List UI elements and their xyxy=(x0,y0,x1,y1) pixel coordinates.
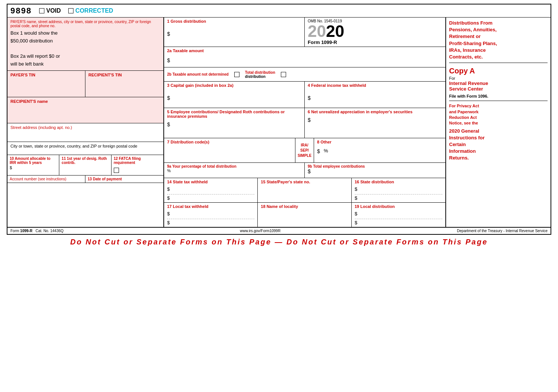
box9b-label: Total employee contributions xyxy=(313,164,365,168)
box19-section: 19 Local distribution $ $ xyxy=(352,203,445,227)
privacy-line4: Notice, see the xyxy=(449,120,548,126)
general-line2: Instructions for xyxy=(449,135,548,141)
box9a-section: 9a Your percentage of total distribution… xyxy=(164,163,305,178)
payer-body-line4: Box 2a will report $0 or xyxy=(10,53,160,60)
box4-dollar: $ xyxy=(308,95,442,101)
box12-num: 12 xyxy=(114,157,118,161)
bottom-left-grid: 10 Amount allocable to IRR within 5 year… xyxy=(7,155,163,176)
box8-label: Other xyxy=(320,140,331,144)
box14-section: 14 State tax withheld $ $ xyxy=(164,178,258,202)
corrected-checkbox[interactable] xyxy=(68,8,73,13)
payer-info-label: PAYER'S name, street address, city or to… xyxy=(10,20,160,28)
box9a-pct: % xyxy=(167,168,171,173)
box11-cell: 11 1st year of desig. Roth contrib. xyxy=(59,155,111,176)
box9b-dollar: $ xyxy=(308,168,311,174)
box17-dollar1: $ xyxy=(167,211,254,216)
box2a-label: Taxable amount xyxy=(173,48,204,53)
general-line3: Certain xyxy=(449,141,548,148)
box14-num: 14 xyxy=(167,180,172,184)
box1-omb-row: 1 Gross distribution $ OMB No. 1545-0119… xyxy=(164,18,445,47)
title-line5: IRAs, Insurance xyxy=(449,47,548,54)
box3-section: 3 Capital gain (included in box 2a) $ xyxy=(164,82,305,108)
box7-8-row: 7 Distribution code(s) IRA/ SEP/ SIMPLE … xyxy=(164,138,445,163)
box5-section: 5 Employee contributions/ Designated Rot… xyxy=(164,108,305,138)
title-line1: Distributions From xyxy=(449,20,548,26)
general-line5: Returns. xyxy=(449,155,548,161)
for-text: For xyxy=(449,76,455,80)
box2b-total-sub: distribution xyxy=(245,75,275,79)
box2b-row: 2b Taxable amount not determined Total d… xyxy=(164,67,445,82)
irs-line1: Internal Revenue xyxy=(449,80,548,86)
void-section: VOID xyxy=(39,7,61,14)
box9-row: 9a Your percentage of total distribution… xyxy=(164,163,445,178)
street-address-section: Street address (including apt. no.) xyxy=(7,123,163,142)
box11-num: 11 xyxy=(62,157,66,161)
payer-info-section: PAYER'S name, street address, city or to… xyxy=(7,18,163,71)
box18-label: Name of locality xyxy=(267,204,298,209)
tin-row: PAYER'S TIN RECIPIENT'S TIN xyxy=(7,71,163,97)
for-label: For Internal Revenue Service Center xyxy=(449,76,548,92)
title-line3: Retirement or xyxy=(449,33,548,40)
left-column: PAYER'S name, street address, city or to… xyxy=(7,18,164,227)
box3-4-row: 3 Capital gain (included in box 2a) $ 4 … xyxy=(164,82,445,108)
box4-section: 4 Federal income tax withheld $ xyxy=(305,82,445,108)
box8-dollar: $ xyxy=(317,148,320,154)
box16-section: 16 State distribution $ $ xyxy=(352,178,445,202)
file-with: File with Form 1096. xyxy=(449,94,548,98)
box19-dollar2: $ xyxy=(355,219,442,225)
box9a-num: 9a xyxy=(167,164,171,168)
form-footer-right: Department of the Treasury - Internal Re… xyxy=(457,229,548,233)
title-line6: Contracts, etc. xyxy=(449,54,548,60)
box18-section: 18 Name of locality xyxy=(258,203,351,227)
recipient-tin-cell: RECIPIENT'S TIN xyxy=(85,71,163,97)
box17-section: 17 Local tax withheld $ $ xyxy=(164,203,258,227)
right-title: Distributions From Pensions, Annuities, … xyxy=(449,20,548,60)
form-name-footer: 1099-R xyxy=(20,229,32,233)
box2b-checkbox[interactable] xyxy=(234,72,239,77)
box2b-total-section: Total distribution distribution xyxy=(245,70,275,79)
date-payment-section: 13 Date of payment xyxy=(85,176,163,183)
box2a-section: 2a Taxable amount $ xyxy=(164,47,445,67)
box5-label: Employee contributions/ Designated Roth … xyxy=(167,110,285,118)
privacy-line2: and Paperwork xyxy=(449,109,548,115)
box5-6-row: 5 Employee contributions/ Designated Rot… xyxy=(164,108,445,138)
top-bar: 9898 VOID CORRECTED xyxy=(7,4,551,18)
box16-label: State distribution xyxy=(360,180,394,184)
box2b-section: 2b Taxable amount not determined xyxy=(167,72,229,76)
total-dist-checkbox[interactable] xyxy=(281,72,286,77)
box8-section: 8 Other $ % xyxy=(314,138,445,162)
box15-num: 15 xyxy=(261,180,265,184)
irs-line2: Service Center xyxy=(449,86,548,92)
box19-num: 19 xyxy=(355,204,359,209)
form-name-value: 1099-R xyxy=(321,39,337,45)
box8-num: 8 xyxy=(317,140,319,144)
box9a-label: Your percentage of total distribution xyxy=(172,164,236,168)
box6-num: 6 xyxy=(308,110,310,114)
recipient-name-label: RECIPIENT'S name xyxy=(10,99,160,104)
box7-num: 7 xyxy=(167,140,169,144)
box14-dollar2: $ xyxy=(167,194,254,201)
box15-section: 15 State/Payer's state no. xyxy=(258,178,351,202)
corrected-label: CORRECTED xyxy=(75,7,113,14)
general-line1: 2020 General xyxy=(449,128,548,135)
box14-16-row: 14 State tax withheld $ $ 15 State/Payer… xyxy=(164,178,445,203)
box2b-label: Taxable amount not determined xyxy=(172,72,228,76)
box2a-dollar: $ xyxy=(167,57,442,63)
payer-body-line5: will be left bank xyxy=(10,60,160,68)
box18-num: 18 xyxy=(261,204,265,209)
box1-dollar: $ xyxy=(167,31,301,37)
payer-info-body: Box 1 would show the $50,000 distributio… xyxy=(10,29,160,68)
box10-cell: 10 Amount allocable to IRR within 5 year… xyxy=(7,155,59,176)
right-column: Distributions From Pensions, Annuities, … xyxy=(446,18,551,227)
payer-tin-cell: PAYER'S TIN xyxy=(7,71,85,97)
fatca-checkbox[interactable] xyxy=(114,168,119,173)
street-address-label: Street address (including apt. no.) xyxy=(10,125,160,130)
form-footer-mid: www.irs.gov/Form1099R xyxy=(240,229,280,233)
box4-num: 4 xyxy=(308,83,310,88)
box17-label: Local tax withheld xyxy=(173,204,208,209)
city-zip-label: City or town, state or province, country… xyxy=(10,144,160,148)
recipient-tin-label: RECIPIENT'S TIN xyxy=(88,73,160,77)
box3-num: 3 xyxy=(167,83,169,88)
void-checkbox[interactable] xyxy=(39,8,44,13)
box12-label: FATCA filing requirement xyxy=(114,157,141,165)
